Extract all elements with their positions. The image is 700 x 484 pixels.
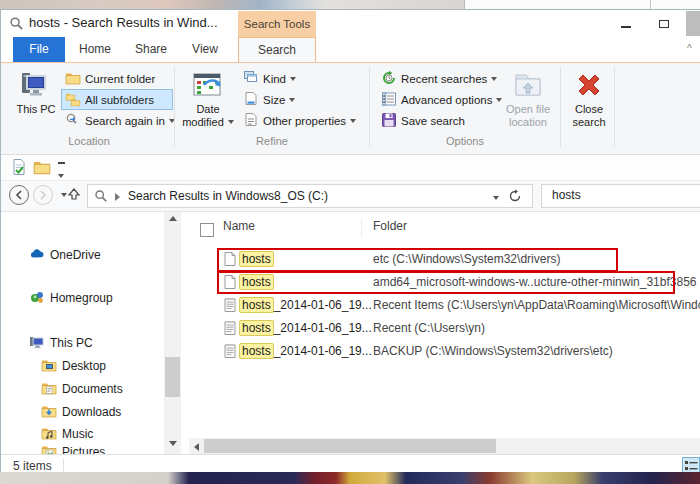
group-separator (560, 67, 561, 147)
advanced-icon (381, 91, 397, 107)
list-horizontal-scrollbar[interactable] (189, 438, 700, 454)
table-row[interactable]: hostsamd64_microsoft-windows-w..ucture-o… (1, 271, 700, 294)
file-name[interactable]: hosts_2014-01-06_19... (241, 298, 372, 312)
refine-stack: KindSizeOther properties (239, 68, 365, 131)
file-name[interactable]: hosts_2014-01-06_19... (241, 344, 372, 358)
this-pc-icon (20, 69, 52, 101)
close-search-button[interactable]: Close search (566, 66, 612, 140)
table-row[interactable]: hosts_2014-01-06_19...BACKUP (C:\Windows… (1, 340, 700, 363)
minimize-button[interactable] (613, 14, 639, 33)
forward-button[interactable] (33, 185, 53, 205)
close-search-icon (573, 69, 605, 101)
tab-view[interactable]: View (179, 37, 231, 62)
ribbon-all-subfolders[interactable]: All subfolders (61, 89, 173, 110)
search-again-icon (65, 112, 81, 128)
scroll-up-icon[interactable] (164, 212, 181, 229)
customize-qat-icon[interactable] (55, 159, 67, 184)
file-folder-path: amd64_microsoft-windows-w..ucture-other-… (373, 275, 696, 289)
search-term-highlight: hosts (239, 343, 274, 359)
open-file-location-label: Open file location (506, 103, 550, 128)
search-input[interactable] (550, 187, 684, 203)
up-button[interactable] (67, 187, 83, 203)
close-button[interactable] (686, 11, 700, 36)
address-bar[interactable]: Search Results in Windows8_OS (C:) (87, 184, 533, 208)
window-title: hosts - Search Results in Wind... (29, 15, 218, 30)
ribbon-tabs: ^ FileHomeShareViewSearch (1, 37, 700, 63)
desktop-bottom-strip (0, 472, 700, 484)
ribbon-kind[interactable]: Kind (239, 68, 365, 89)
label: All subfolders (85, 94, 154, 106)
recent-icon (381, 70, 397, 86)
label: Recent searches (401, 73, 487, 85)
scroll-left-icon[interactable] (189, 438, 204, 454)
file-name[interactable]: hosts_2014-01-06_19... (241, 321, 372, 335)
file-name-rest: _2014-01-06_19... (274, 298, 372, 312)
label: Search again in (85, 115, 165, 127)
ribbon-advanced-options[interactable]: Advanced options (377, 89, 495, 110)
desktop-top-strip (0, 0, 464, 9)
contextual-tab-search-tools[interactable]: Search Tools (238, 11, 316, 37)
tab-share[interactable]: Share (123, 37, 179, 62)
file-name[interactable]: hosts (241, 252, 274, 266)
search-term-highlight: hosts (239, 297, 274, 313)
tab-home[interactable]: Home (67, 37, 123, 62)
table-row[interactable]: hosts_2014-01-06_19...Recent (C:\Users\y… (1, 317, 700, 340)
close-search-label: Close search (572, 103, 605, 128)
search-icon (9, 16, 24, 31)
tab-search[interactable]: Search (238, 37, 316, 62)
column-divider (361, 218, 362, 238)
sidebar-item-label: Documents (62, 382, 123, 396)
date-modified-icon (192, 69, 224, 101)
folder-downloads-icon (41, 403, 57, 419)
group-separator (174, 67, 175, 147)
breadcrumb[interactable]: Search Results in Windows8_OS (C:) (128, 189, 328, 203)
scrollbar-thumb[interactable] (165, 357, 180, 397)
open-file-location-button[interactable]: Open file location (499, 66, 557, 140)
this-pc-button[interactable]: This PC (13, 66, 59, 140)
scrollbar-thumb[interactable] (204, 439, 496, 453)
ribbon-save-search[interactable]: Save search (377, 110, 495, 131)
tab-file[interactable]: File (13, 37, 65, 62)
breadcrumb-arrow-icon[interactable] (115, 193, 120, 201)
page-blank-icon (222, 251, 238, 267)
collapse-ribbon-icon[interactable]: ^ (687, 43, 692, 54)
screen: hosts - Search Results in Wind... Search… (0, 0, 700, 484)
save-icon (381, 112, 397, 128)
search-term-highlight: hosts (239, 320, 274, 336)
maximize-button[interactable] (651, 14, 677, 33)
column-header-name[interactable]: Name (223, 219, 353, 233)
ribbon-search-again-in[interactable]: Search again in (61, 110, 173, 131)
this-pc-label: This PC (16, 103, 55, 115)
label: Kind (263, 73, 286, 85)
search-term-highlight: hosts (239, 251, 274, 267)
item-count: 5 items (13, 459, 52, 473)
ribbon-recent-searches[interactable]: Recent searches (377, 68, 495, 89)
properties-icon[interactable] (9, 158, 29, 176)
scroll-down-icon[interactable] (164, 437, 181, 454)
table-row[interactable]: hostsetc (C:\Windows\System32\drivers) (1, 248, 700, 271)
kind-icon (243, 70, 259, 86)
folder-icon (65, 70, 81, 86)
date-modified-button[interactable]: Date modified (181, 66, 235, 140)
address-dropdown-icon[interactable] (484, 188, 504, 204)
label: Advanced options (401, 94, 492, 106)
back-button[interactable] (9, 185, 29, 205)
table-row[interactable]: hosts_2014-01-06_19...Recent Items (C:\U… (1, 294, 700, 317)
status-divider (63, 459, 64, 473)
ribbon: This PC Current folderAll subfoldersSear… (1, 63, 700, 155)
file-name[interactable]: hosts (241, 275, 274, 289)
new-folder-icon[interactable] (32, 158, 52, 176)
address-bar-row: Search Results in Windows8_OS (C:) (1, 181, 700, 212)
ribbon-size[interactable]: Size (239, 89, 365, 110)
refresh-icon[interactable] (508, 187, 528, 205)
size-icon (243, 91, 259, 107)
file-folder-path: Recent Items (C:\Users\yn\AppData\Roamin… (373, 298, 700, 312)
search-box[interactable] (541, 184, 700, 208)
column-header-folder[interactable]: Folder (373, 219, 573, 233)
page-blank-icon (222, 274, 238, 290)
quick-access-toolbar (1, 155, 700, 181)
select-all-checkbox[interactable] (200, 223, 214, 237)
ribbon-other-properties[interactable]: Other properties (239, 110, 365, 131)
ribbon-current-folder[interactable]: Current folder (61, 68, 173, 89)
file-name-rest: _2014-01-06_19... (274, 344, 372, 358)
